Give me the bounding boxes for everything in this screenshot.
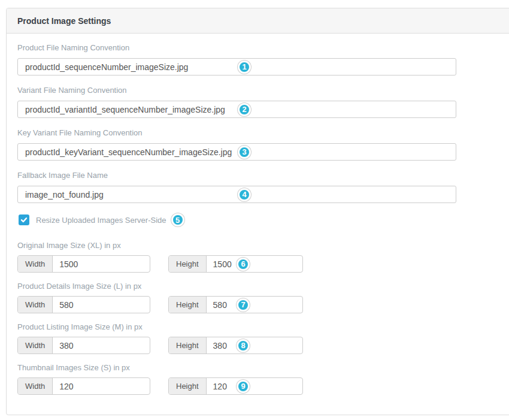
key-variant-file-naming-input[interactable] [17,143,456,161]
height-addon-label: Height [169,297,207,313]
thumbnail-width-input[interactable] [53,378,150,394]
annotation-badge-1: 1 [238,61,251,74]
panel-header: Product Image Settings [7,8,509,34]
height-input-group: Height 8 [168,337,303,354]
fallback-image-input[interactable] [17,186,456,203]
check-icon [20,216,28,223]
width-addon-label: Width [18,256,53,272]
product-file-naming-group: Product File Naming Convention 1 [17,43,509,75]
input-wrap: 1 [17,58,456,75]
field-label: Key Variant File Naming Convention [17,128,509,137]
width-input-group: Width [17,337,150,354]
product-image-settings-panel: Product Image Settings Product File Nami… [6,8,509,415]
width-input-group: Width [17,255,150,273]
annotation-badge-7: 7 [237,298,250,312]
width-addon-label: Width [18,297,53,313]
listing-height-input[interactable] [207,337,302,353]
annotation-badge-2: 2 [238,103,251,116]
listing-size-group: Product Listing Image Size (M) in px Wid… [17,322,509,354]
height-addon-label: Height [169,378,207,394]
thumbnail-height-input[interactable] [207,378,302,394]
variant-file-naming-group: Variant File Naming Convention 2 [17,86,509,118]
width-addon-label: Width [18,337,53,353]
size-row: Width Height 9 [17,377,509,395]
height-input-group: Height 7 [168,296,303,313]
width-addon-label: Width [18,378,53,394]
annotation-badge-8: 8 [237,339,250,352]
key-variant-file-naming-group: Key Variant File Naming Convention 3 [17,128,509,161]
panel-body: Product File Naming Convention 1 Variant… [7,34,509,415]
size-label: Thumbnail Images Size (S) in px [17,363,509,372]
size-label: Product Listing Image Size (M) in px [17,322,509,331]
height-addon-label: Height [169,256,207,272]
size-label: Product Details Image Size (L) in px [17,282,509,291]
variant-file-naming-input[interactable] [17,101,456,118]
product-file-naming-input[interactable] [17,58,456,75]
original-height-input[interactable] [207,256,302,272]
input-wrap: 3 [17,143,456,161]
details-height-input[interactable] [207,297,302,313]
annotation-badge-6: 6 [237,258,250,271]
size-label: Original Image Size (XL) in px [17,241,509,250]
annotation-badge-9: 9 [237,380,250,393]
original-width-input[interactable] [53,256,150,272]
details-size-group: Product Details Image Size (L) in px Wid… [17,282,509,313]
size-row: Width Height 7 [17,296,509,313]
width-input-group: Width [17,296,150,313]
annotation-badge-3: 3 [238,146,251,159]
field-label: Variant File Naming Convention [17,86,509,95]
annotation-badge-5: 5 [171,213,184,226]
size-row: Width Height 8 [17,337,509,354]
annotation-badge-4: 4 [238,188,251,201]
thumbnail-size-group: Thumbnail Images Size (S) in px Width He… [17,363,509,395]
height-input-group: Height 6 [168,255,303,273]
listing-width-input[interactable] [53,337,150,353]
width-input-group: Width [17,377,150,395]
height-addon-label: Height [169,337,207,353]
resize-server-side-row: Resize Uploaded Images Server-Side 5 [19,213,509,226]
panel-title: Product Image Settings [17,16,111,26]
height-input-group: Height 9 [168,377,303,395]
size-row: Width Height 6 [17,255,509,273]
input-wrap: 2 [17,101,456,118]
original-size-group: Original Image Size (XL) in px Width Hei… [17,241,509,273]
resize-server-side-checkbox[interactable] [19,214,29,225]
fallback-image-group: Fallback Image File Name 4 [17,171,509,203]
checkbox-label: Resize Uploaded Images Server-Side [36,216,166,225]
details-width-input[interactable] [53,297,150,313]
input-wrap: 4 [17,186,456,203]
field-label: Fallback Image File Name [17,171,509,180]
field-label: Product File Naming Convention [17,43,509,52]
